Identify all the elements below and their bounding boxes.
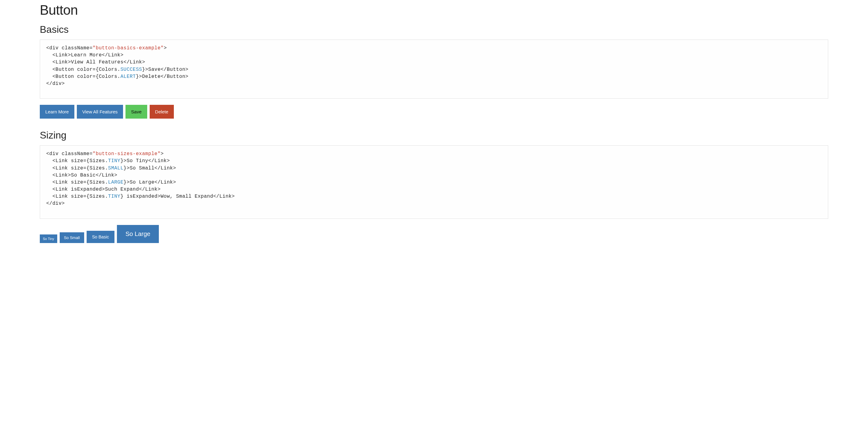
code-text: <Button color={Colors. bbox=[46, 67, 120, 72]
code-text: } isExpanded>Wow, Small Expand</Link> bbox=[120, 194, 235, 199]
code-string: "button-sizes-example" bbox=[93, 151, 161, 157]
code-text: }>So Tiny</Link> bbox=[120, 158, 170, 164]
so-large-button[interactable]: So Large bbox=[117, 225, 159, 243]
code-text: }>Delete</Button> bbox=[136, 74, 189, 79]
code-text: > bbox=[161, 151, 164, 157]
section-heading-sizing: Sizing bbox=[40, 130, 828, 141]
button-row-sizing: So Tiny So Small So Basic So Large bbox=[40, 225, 828, 243]
save-button[interactable]: Save bbox=[125, 105, 147, 119]
code-text: </div> bbox=[46, 81, 65, 86]
code-attr: LARGE bbox=[108, 179, 124, 185]
code-attr: ALERT bbox=[120, 74, 136, 79]
so-basic-button[interactable]: So Basic bbox=[87, 231, 115, 243]
code-text: }>So Large</Link> bbox=[124, 179, 176, 185]
code-text: <Link>So Basic</Link> bbox=[46, 173, 117, 178]
view-all-features-button[interactable]: View All Features bbox=[77, 105, 123, 119]
code-attr: TINY bbox=[108, 194, 120, 199]
code-attr: TINY bbox=[108, 158, 120, 164]
code-text: > bbox=[164, 45, 167, 51]
code-text: <Link size={Sizes. bbox=[46, 179, 108, 185]
code-text: }>So Small</Link> bbox=[124, 166, 176, 171]
code-attr: SUCCESS bbox=[120, 67, 142, 72]
code-block-sizing: <div className="button-sizes-example"> <… bbox=[40, 145, 828, 219]
code-text: <Link size={Sizes. bbox=[46, 166, 108, 171]
code-text: <Link isExpanded>Such Expand</Link> bbox=[46, 187, 161, 192]
code-block-basics: <div className="button-basics-example"> … bbox=[40, 39, 828, 99]
code-text: </div> bbox=[46, 201, 65, 206]
code-text: <Link size={Sizes. bbox=[46, 194, 108, 199]
code-attr: SMALL bbox=[108, 166, 124, 171]
so-tiny-button[interactable]: So Tiny bbox=[40, 234, 57, 243]
page-title: Button bbox=[40, 2, 828, 18]
so-small-button[interactable]: So Small bbox=[60, 232, 84, 243]
section-heading-basics: Basics bbox=[40, 24, 828, 35]
delete-button[interactable]: Delete bbox=[150, 105, 174, 119]
button-row-basics: Learn More View All Features Save Delete bbox=[40, 105, 828, 119]
code-text: <Link>View All Features</Link> bbox=[46, 59, 145, 65]
code-text: <div className= bbox=[46, 45, 93, 51]
code-text: <Button color={Colors. bbox=[46, 74, 120, 79]
code-string: "button-basics-example" bbox=[93, 45, 164, 51]
code-text: <Link>Learn More</Link> bbox=[46, 52, 124, 58]
learn-more-button[interactable]: Learn More bbox=[40, 105, 74, 119]
code-text: <div className= bbox=[46, 151, 93, 157]
code-text: <Link size={Sizes. bbox=[46, 158, 108, 164]
code-text: }>Save</Button> bbox=[142, 67, 189, 72]
